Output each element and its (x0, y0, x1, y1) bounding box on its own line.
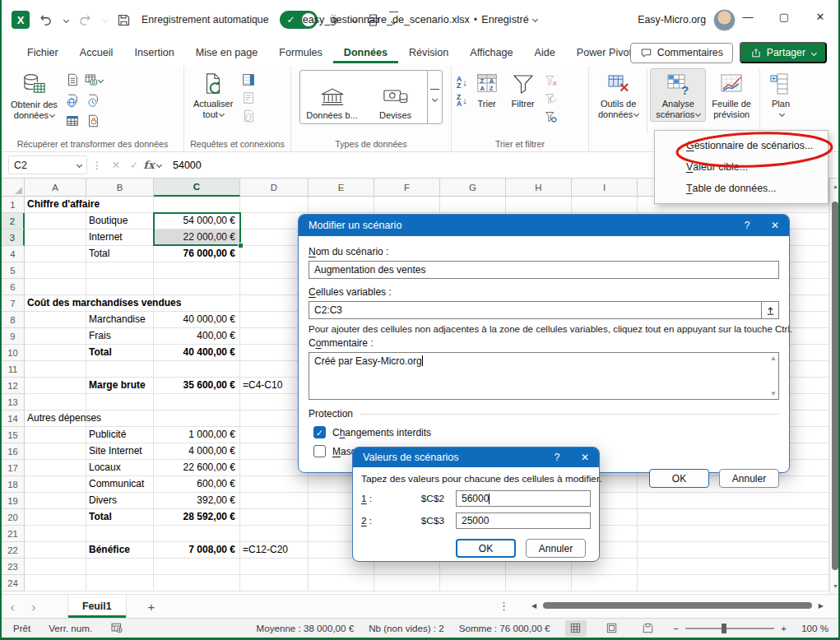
cell-A16[interactable] (25, 443, 86, 460)
cell-C19[interactable]: 392,00 € (154, 493, 240, 509)
outline-button[interactable]: Plan (763, 68, 799, 122)
row-header-11[interactable]: 11 (2, 361, 25, 378)
menu-item-scenario-manager[interactable]: Gestionnaire de scénarios... (655, 135, 828, 156)
cell-A5[interactable] (25, 262, 86, 279)
cell-A10[interactable] (25, 345, 86, 361)
share-button[interactable]: Partager (740, 42, 827, 63)
row-header-6[interactable]: 6 (2, 279, 25, 295)
maximize-button[interactable]: ▢ (766, 0, 802, 33)
edit-scenario-dialog-titlebar[interactable]: Modifier un scénario ? ✕ (299, 215, 789, 236)
cell-B2[interactable]: Boutique (86, 213, 154, 230)
cell-I24[interactable] (572, 575, 638, 591)
hscroll-left-icon[interactable]: ◀ (531, 602, 536, 610)
page-break-view-icon[interactable] (638, 620, 659, 637)
hide-checkbox[interactable] (313, 445, 326, 457)
cell-E1[interactable] (309, 197, 374, 213)
cell-C18[interactable]: 600,00 € (154, 476, 240, 493)
cell-C11[interactable] (154, 361, 240, 378)
row-header-22[interactable]: 22 (2, 542, 25, 559)
from-table-icon[interactable] (63, 112, 82, 130)
row-header-3[interactable]: 3 (2, 230, 25, 246)
zoom-slider[interactable]: − + (674, 623, 787, 633)
from-text-csv-icon[interactable] (63, 71, 82, 89)
cell-A21[interactable] (25, 526, 86, 542)
recent-sources-icon[interactable] (84, 91, 103, 109)
cell-G24[interactable] (440, 575, 506, 591)
row-header-5[interactable]: 5 (2, 262, 25, 279)
fill-handle[interactable] (238, 243, 244, 248)
cell-B6[interactable] (86, 279, 154, 295)
row-header-24[interactable]: 24 (2, 575, 25, 591)
value-row-2-input[interactable]: 25000 (456, 512, 591, 529)
add-sheet-button[interactable]: + (148, 600, 155, 614)
scenario-values-dialog-titlebar[interactable]: Valeurs de scénarios ? ✕ (353, 448, 599, 467)
horizontal-scrollbar[interactable]: ◀ ▶ (531, 601, 824, 610)
cell-A1[interactable]: Chiffre d'affaire (25, 197, 86, 213)
data-type-currencies[interactable]: Devises (364, 71, 427, 123)
account-area[interactable]: Easy-Micro.org (638, 0, 736, 39)
cell-B10[interactable]: Total (86, 345, 154, 361)
cell-B18[interactable]: Communicat (86, 476, 154, 493)
sort-button[interactable]: ZA AZ Trier (469, 68, 505, 111)
filter-button[interactable]: Filtrer (505, 68, 541, 111)
undo-button[interactable] (38, 12, 54, 28)
get-data-button[interactable]: Obtenir desdonnées (5, 68, 63, 123)
status-sum[interactable]: Somme : 76 000,00 € (459, 623, 550, 633)
cell-B9[interactable]: Frais (86, 328, 154, 345)
cell-filler-21[interactable] (638, 526, 829, 542)
cell-B24[interactable] (86, 575, 154, 591)
cell-C14[interactable] (154, 410, 240, 427)
menu-item-goal-seek[interactable]: Valeur cible... (655, 156, 828, 178)
undo-menu-chevron-icon[interactable] (63, 16, 69, 22)
sheet-nav-right-icon[interactable]: › (23, 600, 44, 614)
whatif-analysis-button[interactable]: ? Analysescénarios (650, 68, 706, 122)
cell-filler-24[interactable] (638, 575, 829, 591)
cell-D22[interactable]: =C12-C20 (240, 542, 309, 559)
cell-B12[interactable]: Marge brute (86, 378, 154, 394)
cell-A23[interactable] (25, 559, 86, 575)
dialog-help-button[interactable]: ? (733, 215, 761, 236)
range-picker-button[interactable] (762, 301, 779, 319)
column-header-F[interactable]: F (374, 179, 440, 197)
sheet-nav-left-icon[interactable]: ‹ (2, 600, 23, 614)
page-layout-view-icon[interactable] (601, 620, 623, 637)
cell-C3[interactable]: 22 000,00 € (154, 230, 240, 246)
cell-A2[interactable] (25, 213, 86, 230)
row-header-15[interactable]: 15 (2, 427, 25, 443)
cell-C24[interactable] (154, 575, 240, 591)
tab-mise-en-page[interactable]: Mise en page (185, 42, 269, 63)
zoom-track[interactable] (685, 628, 774, 629)
tab-révision[interactable]: Révision (398, 42, 459, 63)
row-header-2[interactable]: 2 (2, 213, 25, 230)
sort-descending-icon[interactable]: ZA↓ (455, 91, 469, 109)
row-header-8[interactable]: 8 (2, 312, 25, 328)
cell-E24[interactable] (309, 575, 374, 591)
cell-C13[interactable] (154, 394, 240, 410)
tab-données[interactable]: Données (333, 42, 398, 63)
cell-C12[interactable]: 35 600,00 € (154, 378, 240, 394)
autosave-toggle[interactable]: ✓ (280, 11, 318, 29)
column-header-H[interactable]: H (506, 179, 572, 197)
data-type-stocks[interactable]: Données b... (300, 71, 364, 123)
cell-C2[interactable]: 54 000,00 € (154, 213, 240, 230)
cell-B11[interactable] (86, 361, 154, 378)
tab-aide[interactable]: Aide (524, 42, 566, 63)
status-average[interactable]: Moyenne : 38 000,00 € (257, 623, 355, 633)
cell-C17[interactable]: 22 600,00 € (154, 460, 240, 476)
zoom-in-icon[interactable]: + (781, 623, 787, 633)
formula-bar-value[interactable]: 54000 (173, 160, 202, 171)
vertical-scroll-thumb[interactable] (832, 202, 838, 570)
cell-D24[interactable] (240, 575, 309, 591)
row-header-9[interactable]: 9 (2, 328, 25, 345)
close-button[interactable]: ✕ (802, 0, 838, 33)
existing-connections-icon[interactable] (84, 112, 103, 130)
cell-F1[interactable] (374, 197, 440, 213)
cell-A14[interactable]: Autres dépenses (25, 410, 86, 427)
tab-affichage[interactable]: Affichage (459, 42, 523, 63)
values-ok-button[interactable]: OK (456, 539, 516, 558)
cell-A3[interactable] (25, 230, 86, 246)
print-preview-icon[interactable] (364, 12, 381, 28)
prevent-changes-checkbox-row[interactable]: ✓ Changements interdits (313, 426, 779, 438)
cell-filler-20[interactable] (638, 509, 829, 526)
row-header-14[interactable]: 14 (2, 410, 25, 427)
